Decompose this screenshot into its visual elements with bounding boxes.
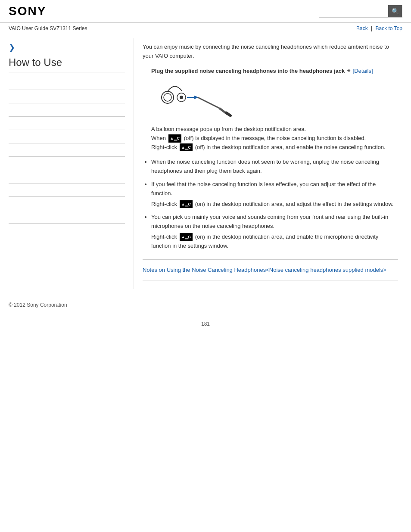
balloon-rightclick-prefix: Right-click — [151, 144, 177, 150]
sidebar-item[interactable] — [9, 184, 125, 197]
sidebar-item[interactable] — [9, 117, 125, 130]
bottom-section: Notes on Using the Noise Canceling Headp… — [143, 259, 398, 281]
list-item: You can pick up mainly your voice and so… — [151, 213, 398, 250]
sidebar-items-list — [9, 77, 125, 224]
bottom-notes-link[interactable]: Notes on Using the Noise Canceling Headp… — [143, 267, 386, 273]
bullet-text-2: If you feel that the noise canceling fun… — [151, 181, 376, 196]
sidebar-item[interactable] — [9, 157, 125, 170]
balloon-line3-text: (off) in the desktop notification area, … — [195, 144, 386, 150]
list-item: When the noise canceling function does n… — [151, 158, 398, 176]
sidebar-item[interactable] — [9, 143, 125, 157]
nyc-on-icon-2: ▲▁C — [180, 233, 193, 241]
svg-line-6 — [198, 97, 220, 109]
sidebar-item[interactable] — [9, 130, 125, 143]
balloon-line2-text: (off) is displayed in the message, the n… — [184, 135, 366, 141]
copyright-text: © 2012 Sony Corporation — [9, 302, 67, 308]
sidebar-item[interactable] — [9, 103, 125, 117]
balloon-block: A balloon message pops up from the deskt… — [151, 125, 398, 152]
search-box: 🔍 — [319, 5, 402, 18]
headphone-icon: ⚭ — [346, 68, 351, 74]
details-link[interactable]: [Details] — [353, 68, 373, 74]
sidebar-item[interactable] — [9, 77, 125, 90]
bullet-sub-prefix-3: Right-click — [151, 233, 177, 240]
headphone-image-block — [151, 79, 398, 118]
svg-point-0 — [162, 91, 174, 103]
bullet-subtext-2: Right-click ▲▁C (on) in the desktop noti… — [151, 200, 398, 209]
search-button[interactable]: 🔍 — [388, 5, 402, 17]
sidebar-item[interactable] — [9, 170, 125, 184]
sidebar-item[interactable] — [9, 90, 125, 103]
balloon-line1: A balloon message pops up from the deskt… — [151, 125, 398, 134]
list-item: If you feel that the noise canceling fun… — [151, 180, 398, 208]
balloon-line2: When ▲▁C (off) is displayed in the messa… — [151, 134, 398, 143]
sidebar-item[interactable] — [9, 197, 125, 210]
bullet-sub2-text-2: (on) in the desktop notification area, a… — [195, 201, 394, 207]
back-to-top-link[interactable]: Back to Top — [376, 25, 402, 31]
svg-point-3 — [180, 96, 183, 99]
sony-logo: SONY — [9, 4, 46, 18]
svg-point-1 — [164, 93, 171, 101]
expand-chevron-icon[interactable]: ❯ — [9, 43, 125, 52]
footer: © 2012 Sony Corporation — [0, 293, 411, 317]
bullet-list: When the noise canceling function does n… — [143, 158, 398, 250]
search-input[interactable] — [319, 5, 388, 17]
nav-separator: | — [371, 25, 372, 31]
step-label: Plug the supplied noise canceling headph… — [151, 68, 345, 74]
content-intro: You can enjoy music by connecting the no… — [143, 43, 398, 61]
nyc-off-icon-2: ▲▁C — [180, 143, 193, 151]
bullet-sub-prefix-2: Right-click — [151, 201, 177, 207]
nyc-on-icon-1: ▲▁C — [180, 200, 193, 208]
guide-title: VAIO User Guide SVZ1311 Series — [9, 25, 87, 31]
back-link[interactable]: Back — [356, 25, 368, 31]
step-block: Plug the supplied noise canceling headph… — [151, 67, 398, 152]
page-number: 181 — [0, 317, 411, 331]
headphone-illustration — [151, 79, 237, 118]
sidebar-section-title: How to Use — [9, 56, 125, 72]
nyc-off-icon-1: ▲▁C — [168, 134, 181, 142]
content-area: You can enjoy music by connecting the no… — [134, 38, 411, 289]
sidebar: ❯ How to Use — [0, 38, 134, 289]
balloon-line3: Right-click ▲▁C (off) in the desktop not… — [151, 143, 398, 152]
step-text: Plug the supplied noise canceling headph… — [151, 67, 398, 75]
main-container: ❯ How to Use You can enjoy music by conn… — [0, 34, 411, 293]
bullet-subtext-3: Right-click ▲▁C (on) in the desktop noti… — [151, 233, 398, 251]
header: SONY 🔍 — [0, 0, 411, 23]
bullet-text-3: You can pick up mainly your voice and so… — [151, 214, 388, 229]
sidebar-item[interactable] — [9, 210, 125, 224]
sub-header: VAIO User Guide SVZ1311 Series Back | Ba… — [0, 23, 411, 34]
balloon-when-prefix: When — [151, 135, 166, 141]
bullet-text-1: When the noise canceling function does n… — [151, 159, 379, 174]
nav-links: Back | Back to Top — [356, 25, 402, 31]
